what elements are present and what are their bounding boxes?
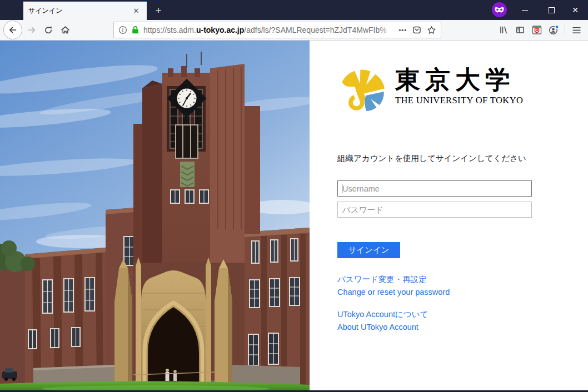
tab-close-icon[interactable]: ✕: [131, 5, 142, 16]
sidebar-icon: [516, 26, 525, 34]
signin-button[interactable]: サインイン: [337, 242, 400, 258]
campus-photo: [0, 41, 310, 391]
new-tab-button[interactable]: +: [151, 3, 166, 18]
password-reset-link-en[interactable]: Change or reset your password: [337, 286, 450, 299]
utokyo-ginkgo-icon: [338, 61, 388, 112]
page-info-icon[interactable]: [118, 26, 127, 34]
shield-extension-icon: [532, 25, 542, 35]
webadvisor-extension-button[interactable]: [529, 22, 545, 38]
url-path: /adfs/ls/?SAMLRequest=hZJdT4MwFIb%: [244, 26, 386, 34]
private-mask-icon: [495, 7, 504, 13]
text-caret: [342, 184, 342, 193]
username-input[interactable]: [337, 180, 532, 197]
home-icon: [61, 26, 70, 34]
forward-button[interactable]: [23, 22, 40, 38]
window-minimize-button[interactable]: [515, 0, 534, 20]
about-account-link-en[interactable]: About UTokyo Account: [337, 321, 450, 334]
back-button[interactable]: [3, 21, 22, 39]
about-links-group: UTokyo Accountについて About UTokyo Account: [337, 308, 450, 334]
page-content: 東京大学 THE UNIVERSITY OF TOKYO 組織アカウントを使用し…: [0, 41, 588, 391]
page-actions-menu-icon[interactable]: •••: [398, 27, 407, 33]
utokyo-logo: 東京大学 THE UNIVERSITY OF TOKYO: [338, 61, 523, 112]
sidebar-toggle-button[interactable]: [512, 22, 529, 38]
tab-signin[interactable]: サインイン ✕: [23, 1, 147, 20]
browser-window: サインイン ✕ + ✕: [0, 0, 588, 392]
back-arrow-icon: [8, 26, 17, 34]
bookmark-star-icon[interactable]: [427, 26, 436, 34]
tab-active-stripe: [23, 1, 147, 2]
library-button[interactable]: [495, 22, 512, 38]
https-lock-icon[interactable]: [131, 26, 139, 34]
utokyo-logo-text: 東京大学 THE UNIVERSITY OF TOKYO: [395, 66, 523, 107]
reload-icon: [44, 26, 53, 34]
reload-button[interactable]: [40, 22, 57, 38]
url-bar[interactable]: https://sts.adm.u-tokyo.ac.jp/adfs/ls/?S…: [113, 22, 441, 38]
password-links-group: パスワード変更・再設定 Change or reset your passwor…: [337, 273, 450, 299]
utokyo-logo-kanji: 東京大学: [395, 66, 523, 94]
window-close-button[interactable]: ✕: [566, 0, 585, 20]
account-button[interactable]: [545, 22, 562, 38]
utokyo-logo-english: THE UNIVERSITY OF TOKYO: [395, 95, 523, 106]
username-field-wrapper: [337, 180, 532, 197]
minimize-icon: [522, 10, 528, 11]
pocket-icon[interactable]: [412, 26, 421, 34]
about-account-link-ja[interactable]: UTokyo Accountについて: [337, 308, 450, 321]
signin-instruction: 組織アカウントを使用してサインインしてください: [337, 153, 526, 164]
password-input[interactable]: [337, 202, 532, 218]
titlebar: サインイン ✕ + ✕: [0, 0, 588, 20]
page-actions: •••: [398, 26, 436, 34]
tab-title: サインイン: [28, 6, 131, 16]
forward-arrow-icon: [27, 26, 36, 34]
navigation-toolbar: https://sts.adm.u-tokyo.ac.jp/adfs/ls/?S…: [0, 20, 588, 41]
signin-links: パスワード変更・再設定 Change or reset your passwor…: [337, 273, 450, 343]
toolbar-separator: [565, 24, 565, 36]
close-icon: ✕: [572, 6, 579, 14]
url-prefix: https://sts.adm.: [143, 26, 196, 34]
url-fade-overlay: [379, 26, 395, 34]
url-domain: u-tokyo.ac.jp: [196, 26, 244, 34]
hamburger-menu-icon: [572, 27, 581, 34]
private-browsing-badge: [492, 2, 507, 17]
window-maximize-button[interactable]: [542, 0, 561, 20]
password-field-wrapper: [337, 202, 532, 218]
maximize-icon: [549, 7, 555, 13]
menu-button[interactable]: [568, 22, 585, 38]
signin-panel: 東京大学 THE UNIVERSITY OF TOKYO 組織アカウントを使用し…: [310, 41, 588, 391]
account-icon: [549, 25, 559, 35]
url-text[interactable]: https://sts.adm.u-tokyo.ac.jp/adfs/ls/?S…: [143, 26, 395, 34]
library-icon: [499, 26, 508, 34]
password-reset-link-ja[interactable]: パスワード変更・再設定: [337, 273, 450, 286]
home-button[interactable]: [57, 22, 73, 38]
